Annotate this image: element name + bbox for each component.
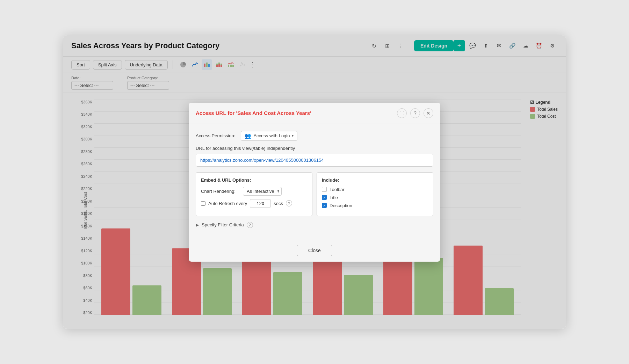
- filter-criteria-chevron: ▶: [196, 223, 199, 227]
- access-permission-row: Access Permission: 👥 Access with Login ▾: [196, 131, 433, 141]
- auto-refresh-row: Auto Refresh every secs ?: [201, 199, 307, 208]
- access-permission-value[interactable]: 👥 Access with Login ▾: [241, 131, 297, 141]
- include-toolbar-item: Toolbar: [322, 187, 428, 192]
- title-checkbox[interactable]: ✓: [322, 195, 327, 200]
- include-title: Include:: [322, 177, 428, 183]
- toolbar-checkbox[interactable]: [322, 187, 327, 192]
- description-checkbox[interactable]: ✓: [322, 203, 327, 208]
- modal-footer: Close: [189, 241, 440, 262]
- chart-rendering-label: Chart Rendering:: [201, 189, 239, 194]
- auto-refresh-label: Auto Refresh every: [208, 201, 247, 206]
- auto-refresh-input[interactable]: [250, 199, 271, 208]
- auto-refresh-help-icon[interactable]: ?: [286, 200, 292, 206]
- chevron-down-icon: ▾: [292, 134, 294, 138]
- embed-options-box: Embed & URL Options: Chart Rendering: As…: [196, 172, 312, 216]
- modal-title: Access URL for 'Sales And Cost Across Ye…: [196, 110, 311, 116]
- embed-options-title: Embed & URL Options:: [201, 177, 307, 183]
- toolbar-label: Toolbar: [330, 187, 345, 192]
- chart-rendering-row: Chart Rendering: As Interactive As Image: [201, 187, 307, 196]
- filter-criteria-text: Specify Filter Criteria: [202, 222, 244, 227]
- url-section-label: URL for accessing this view(/table) inde…: [196, 146, 433, 151]
- access-url-modal: Access URL for 'Sales And Cost Across Ye…: [189, 103, 440, 262]
- include-description-item: ✓ Description: [322, 203, 428, 208]
- include-box: Include: Toolbar ✓ Title ✓ Description: [317, 172, 433, 216]
- description-label: Description: [330, 203, 352, 208]
- title-label: Title: [330, 195, 338, 200]
- chart-rendering-select-wrapper: As Interactive As Image: [243, 187, 282, 196]
- url-input[interactable]: [196, 154, 433, 167]
- access-permission-label: Access Permission:: [196, 133, 235, 138]
- modal-body: Access Permission: 👥 Access with Login ▾…: [189, 124, 440, 241]
- filter-criteria-row[interactable]: ▶ Specify Filter Criteria ?: [196, 222, 433, 228]
- filter-criteria-help-icon[interactable]: ?: [247, 222, 253, 228]
- close-button[interactable]: Close: [297, 245, 332, 256]
- auto-refresh-checkbox[interactable]: [201, 201, 205, 206]
- help-circle-icon[interactable]: ?: [410, 108, 420, 118]
- people-icon: 👥: [245, 133, 251, 139]
- modal-overlay: Access URL for 'Sales And Cost Across Ye…: [63, 35, 566, 329]
- access-permission-text: Access with Login: [253, 133, 290, 138]
- embed-options-section: Embed & URL Options: Chart Rendering: As…: [196, 172, 433, 216]
- main-window: Sales Across Years by Product Category ↻…: [63, 35, 566, 329]
- modal-header: Access URL for 'Sales And Cost Across Ye…: [189, 103, 440, 124]
- close-icon[interactable]: ✕: [424, 108, 433, 118]
- auto-refresh-unit: secs: [274, 201, 283, 206]
- chart-rendering-select[interactable]: As Interactive As Image: [243, 187, 282, 196]
- modal-header-icons: ⛶ ? ✕: [397, 108, 433, 118]
- expand-icon[interactable]: ⛶: [397, 108, 407, 118]
- include-title-item: ✓ Title: [322, 195, 428, 200]
